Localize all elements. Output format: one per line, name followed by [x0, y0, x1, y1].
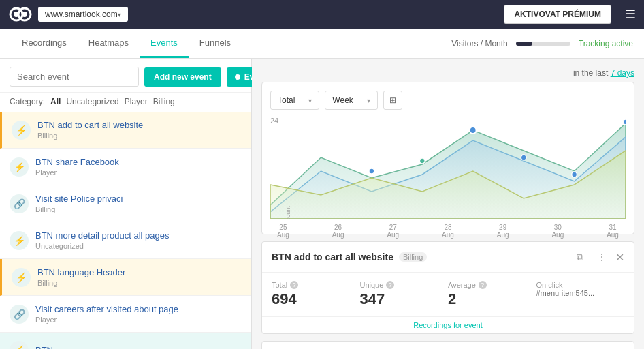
detail-icons-1: ⧉ ⋮ ✕ [572, 249, 624, 265]
x-axis-labels: 25Aug 26Aug 27Aug 28Aug 29Aug 30Aug 31Au… [270, 224, 626, 239]
svg-point-3 [22, 12, 27, 17]
nav-tabs: Recordings Heatmaps Events Funnels [11, 29, 451, 58]
more-options-icon[interactable]: ⋮ [594, 249, 610, 265]
close-card-1-icon[interactable]: ✕ [615, 251, 624, 264]
tab-heatmaps[interactable]: Heatmaps [78, 29, 140, 58]
event-item-2[interactable]: ⚡ BTN share Facebook Player [0, 149, 251, 185]
event-item-5[interactable]: ⚡ BTN language Header Billing [0, 259, 251, 296]
stat-total-label: Total ? [272, 281, 360, 289]
svg-point-9 [521, 155, 526, 160]
event-item-1[interactable]: ⚡ BTN add to cart all website Billing [0, 112, 251, 149]
event-picker-dot-icon [235, 74, 240, 80]
event-name-3: Visit site Police privaci [35, 194, 242, 204]
week-select[interactable]: Week ▾ [325, 91, 377, 110]
recordings-for-event-link[interactable]: Recordings for event [262, 316, 634, 333]
top-bar: www.smartlook.com ▾ AKTIVOVAT PRÉMIUM ☰ [0, 0, 644, 29]
nav-right: Visitors / Month Tracking active [451, 39, 633, 48]
x-label-4: 29Aug [497, 224, 509, 239]
event-icon-5: ⚡ [12, 268, 31, 287]
category-uncategorized[interactable]: Uncategorized [66, 97, 118, 106]
stat-average: Average ? 2 [448, 281, 536, 308]
event-icon-7: ⚡ [10, 341, 29, 349]
event-tag-5: Billing [37, 279, 242, 287]
x-label-1: 26Aug [332, 224, 344, 239]
x-label-5: 30Aug [551, 224, 564, 239]
category-all[interactable]: All [50, 97, 61, 106]
event-tag-2: Player [35, 168, 242, 177]
chart-controls: Total ▾ Week ▾ ⊞ [270, 91, 626, 110]
event-icon-3: 🔗 [10, 194, 29, 213]
stat-onclick-value: #menu-item545... [536, 289, 625, 297]
stat-unique: Unique ? 347 [360, 281, 449, 308]
event-icon-2: ⚡ [10, 157, 29, 177]
svg-point-8 [470, 127, 477, 134]
event-info-7: BTN ... [35, 345, 242, 350]
average-help-icon[interactable]: ? [479, 281, 487, 289]
category-row: Category: All Uncategorized Player Billi… [0, 93, 251, 112]
search-input[interactable] [10, 67, 139, 87]
detail-card-header-1: BTN add to cart all website Billing ⧉ ⋮ … [262, 242, 634, 273]
total-select[interactable]: Total ▾ [270, 91, 319, 110]
stat-average-label: Average ? [448, 281, 536, 289]
chart-y-max: 24 [270, 117, 278, 125]
stat-total: Total ? 694 [272, 281, 360, 308]
event-item-3[interactable]: 🔗 Visit site Police privaci Billing [0, 185, 251, 222]
event-tag-3: Billing [35, 205, 242, 213]
event-info-5: BTN language Header Billing [37, 267, 242, 287]
stat-average-value: 2 [448, 290, 536, 308]
expand-icon[interactable]: ⧉ [572, 249, 588, 265]
event-item-4[interactable]: ⚡ BTN more detail product all pages Unca… [0, 222, 251, 259]
event-info-1: BTN add to cart all website Billing [37, 120, 242, 140]
logo-icon [8, 2, 33, 27]
detail-card-2: BTN language Header Billing ⋮ ✕ [261, 341, 634, 349]
category-label: Category: [10, 97, 45, 106]
event-icon-6: 🔗 [10, 305, 29, 324]
event-item-6[interactable]: 🔗 Visit careers after visited about page… [0, 296, 251, 333]
url-bar[interactable]: www.smartlook.com ▾ [38, 7, 128, 22]
detail-card-1: BTN add to cart all website Billing ⧉ ⋮ … [261, 241, 634, 334]
unique-help-icon[interactable]: ? [386, 281, 394, 289]
event-tag-6: Player [35, 316, 242, 324]
detail-title-1: BTN add to cart all website [272, 252, 393, 262]
progress-bar-fill [516, 42, 532, 46]
nav-bar: Recordings Heatmaps Events Funnels Visit… [0, 29, 644, 59]
event-name-7: BTN ... [35, 345, 242, 350]
x-label-2: 27Aug [387, 224, 399, 239]
event-name-1: BTN add to cart all website [37, 120, 242, 130]
tab-recordings[interactable]: Recordings [11, 29, 78, 58]
svg-point-10 [572, 172, 577, 177]
stat-onclick-label: On click [536, 281, 625, 289]
event-tag-4: Uncategorized [35, 242, 242, 250]
tracking-badge: Tracking active [579, 39, 633, 48]
tab-events[interactable]: Events [140, 29, 189, 58]
detail-badge-1: Billing [399, 252, 427, 262]
main-content: Add new event Event picker Category: All… [0, 59, 644, 349]
category-player[interactable]: Player [125, 97, 148, 106]
category-billing[interactable]: Billing [153, 97, 175, 106]
x-label-3: 28Aug [442, 224, 454, 239]
svg-point-12 [419, 158, 425, 164]
svg-point-11 [623, 119, 626, 125]
add-event-button[interactable]: Add new event [144, 67, 221, 87]
event-list: ⚡ BTN add to cart all website Billing ⚡ … [0, 112, 251, 349]
days-link[interactable]: 7 days [611, 68, 634, 78]
chart-svg: Event count [270, 117, 626, 219]
right-panel: in the last 7 days Total ▾ Week ▾ ⊞ 24 [252, 59, 644, 349]
total-help-icon[interactable]: ? [290, 281, 298, 289]
visitors-label: Visitors / Month [451, 39, 507, 48]
aktivovat-button[interactable]: AKTIVOVAT PRÉMIUM [504, 5, 611, 24]
chart-options-button[interactable]: ⊞ [383, 91, 402, 110]
event-name-5: BTN language Header [37, 267, 242, 277]
event-info-4: BTN more detail product all pages Uncate… [35, 230, 242, 250]
stat-unique-value: 347 [360, 290, 449, 308]
detail-card-header-2: BTN language Header Billing ⋮ ✕ [262, 342, 634, 349]
tab-funnels[interactable]: Funnels [189, 29, 242, 58]
event-item-7[interactable]: ⚡ BTN ... [0, 333, 251, 349]
logo [8, 2, 33, 27]
hamburger-icon[interactable]: ☰ [625, 7, 636, 22]
url-chevron-icon: ▾ [118, 11, 121, 18]
event-info-2: BTN share Facebook Player [35, 157, 242, 177]
x-label-0: 25Aug [277, 224, 289, 239]
svg-text:Event count: Event count [285, 206, 291, 219]
time-range-label: in the last 7 days [261, 68, 634, 78]
